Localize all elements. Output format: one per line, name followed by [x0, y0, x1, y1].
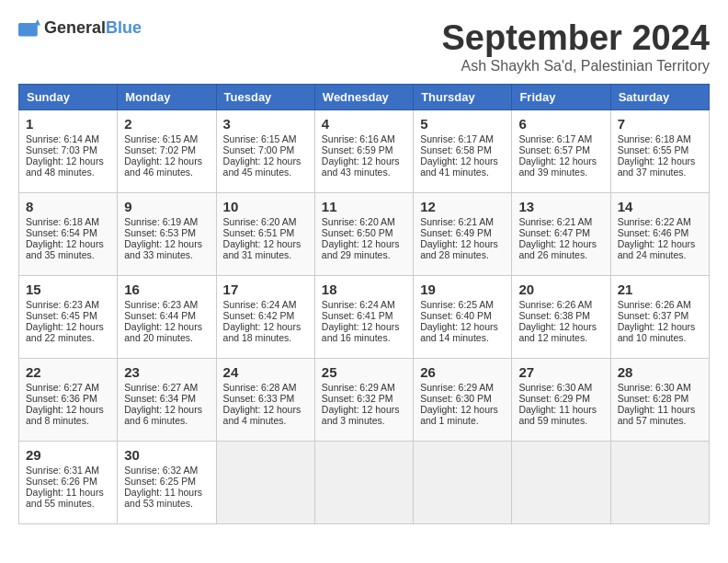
daylight-text: Daylight: 12 hours and 33 minutes.	[124, 238, 202, 260]
sunset-text: Sunset: 6:51 PM	[223, 227, 295, 238]
daylight-text: Daylight: 12 hours and 14 minutes.	[420, 321, 498, 343]
sunrise-text: Sunrise: 6:17 AM	[420, 133, 494, 144]
sunrise-text: Sunrise: 6:30 AM	[518, 382, 592, 393]
svg-rect-0	[18, 23, 38, 36]
day-number: 15	[26, 282, 110, 297]
header-monday: Monday	[118, 85, 216, 110]
daylight-text: Daylight: 11 hours and 53 minutes.	[124, 487, 202, 509]
sunset-text: Sunset: 6:58 PM	[420, 144, 492, 155]
day-number: 17	[223, 282, 308, 297]
day-number: 12	[420, 199, 505, 214]
calendar-day-cell: 20Sunrise: 6:26 AMSunset: 6:38 PMDayligh…	[512, 276, 610, 359]
header-sunday: Sunday	[19, 85, 118, 110]
calendar-week-row: 1Sunrise: 6:14 AMSunset: 7:03 PMDaylight…	[19, 110, 710, 193]
daylight-text: Daylight: 12 hours and 16 minutes.	[322, 321, 400, 343]
day-number: 16	[124, 282, 209, 297]
location-title: Ash Shaykh Sa'd, Palestinian Territory	[442, 58, 711, 75]
sunrise-text: Sunrise: 6:31 AM	[26, 465, 99, 476]
calendar-day-cell: 14Sunrise: 6:22 AMSunset: 6:46 PMDayligh…	[610, 193, 709, 276]
day-number: 20	[518, 282, 603, 297]
sunset-text: Sunset: 6:53 PM	[124, 227, 196, 238]
sunset-text: Sunset: 6:54 PM	[26, 227, 97, 238]
sunrise-text: Sunrise: 6:28 AM	[223, 382, 297, 393]
calendar-table: Sunday Monday Tuesday Wednesday Thursday…	[18, 84, 710, 524]
daylight-text: Daylight: 12 hours and 24 minutes.	[618, 238, 696, 260]
calendar-week-row: 8Sunrise: 6:18 AMSunset: 6:54 PMDaylight…	[19, 193, 710, 276]
sunset-text: Sunset: 6:57 PM	[518, 144, 590, 155]
month-title: September 2024	[442, 18, 711, 58]
day-number: 9	[124, 199, 209, 214]
sunrise-text: Sunrise: 6:25 AM	[420, 299, 494, 310]
daylight-text: Daylight: 12 hours and 8 minutes.	[26, 404, 104, 426]
calendar-day-cell: 17Sunrise: 6:24 AMSunset: 6:42 PMDayligh…	[216, 276, 314, 359]
sunrise-text: Sunrise: 6:29 AM	[322, 382, 395, 393]
sunset-text: Sunset: 7:00 PM	[223, 144, 295, 155]
calendar-day-cell: 24Sunrise: 6:28 AMSunset: 6:33 PMDayligh…	[216, 359, 314, 442]
daylight-text: Daylight: 12 hours and 43 minutes.	[322, 155, 400, 178]
day-number: 5	[420, 116, 505, 132]
calendar-day-cell: 18Sunrise: 6:24 AMSunset: 6:41 PMDayligh…	[314, 276, 413, 359]
daylight-text: Daylight: 12 hours and 22 minutes.	[26, 321, 104, 343]
day-number: 10	[223, 199, 308, 214]
day-number: 29	[26, 447, 110, 463]
calendar-day-cell: 19Sunrise: 6:25 AMSunset: 6:40 PMDayligh…	[414, 276, 512, 359]
sunset-text: Sunset: 6:32 PM	[322, 393, 393, 404]
day-number: 18	[322, 282, 406, 297]
sunrise-text: Sunrise: 6:14 AM	[26, 133, 99, 144]
sunset-text: Sunset: 6:59 PM	[322, 144, 393, 155]
calendar-day-cell: 4Sunrise: 6:16 AMSunset: 6:59 PMDaylight…	[314, 110, 413, 193]
header-wednesday: Wednesday	[314, 85, 413, 110]
sunset-text: Sunset: 6:55 PM	[618, 144, 689, 155]
calendar-week-row: 29Sunrise: 6:31 AMSunset: 6:26 PMDayligh…	[19, 442, 710, 524]
header-thursday: Thursday	[414, 85, 512, 110]
logo-icon	[18, 19, 40, 38]
sunrise-text: Sunrise: 6:15 AM	[223, 133, 297, 144]
day-number: 19	[420, 282, 505, 297]
sunset-text: Sunset: 6:28 PM	[618, 393, 689, 404]
sunset-text: Sunset: 6:26 PM	[26, 476, 97, 487]
sunset-text: Sunset: 6:45 PM	[26, 310, 97, 321]
sunset-text: Sunset: 6:37 PM	[618, 310, 689, 321]
sunset-text: Sunset: 6:49 PM	[420, 227, 492, 238]
calendar-day-cell: 3Sunrise: 6:15 AMSunset: 7:00 PMDaylight…	[216, 110, 314, 193]
sunset-text: Sunset: 7:02 PM	[124, 144, 196, 155]
sunset-text: Sunset: 6:38 PM	[518, 310, 590, 321]
sunrise-text: Sunrise: 6:29 AM	[420, 382, 494, 393]
calendar-day-cell: 11Sunrise: 6:20 AMSunset: 6:50 PMDayligh…	[314, 193, 413, 276]
sunset-text: Sunset: 6:29 PM	[518, 393, 590, 404]
weekday-header-row: Sunday Monday Tuesday Wednesday Thursday…	[19, 85, 710, 110]
calendar-day-cell: 26Sunrise: 6:29 AMSunset: 6:30 PMDayligh…	[414, 359, 512, 442]
day-number: 4	[322, 116, 406, 132]
sunrise-text: Sunrise: 6:19 AM	[124, 216, 198, 227]
daylight-text: Daylight: 12 hours and 10 minutes.	[618, 321, 696, 343]
page-header: GeneralBlue September 2024 Ash Shaykh Sa…	[18, 18, 710, 75]
daylight-text: Daylight: 11 hours and 55 minutes.	[26, 487, 104, 509]
daylight-text: Daylight: 12 hours and 39 minutes.	[518, 155, 597, 178]
day-number: 1	[26, 116, 110, 132]
sunrise-text: Sunrise: 6:30 AM	[618, 382, 691, 393]
calendar-day-cell	[610, 442, 709, 524]
calendar-day-cell: 6Sunrise: 6:17 AMSunset: 6:57 PMDaylight…	[512, 110, 610, 193]
day-number: 27	[518, 364, 603, 380]
sunset-text: Sunset: 6:44 PM	[124, 310, 196, 321]
daylight-text: Daylight: 12 hours and 6 minutes.	[124, 404, 202, 426]
sunrise-text: Sunrise: 6:26 AM	[518, 299, 592, 310]
sunrise-text: Sunrise: 6:18 AM	[618, 133, 691, 144]
header-saturday: Saturday	[610, 85, 709, 110]
sunrise-text: Sunrise: 6:27 AM	[26, 382, 99, 393]
logo-blue: Blue	[106, 18, 142, 37]
daylight-text: Daylight: 12 hours and 37 minutes.	[618, 155, 696, 178]
day-number: 13	[518, 199, 603, 214]
sunrise-text: Sunrise: 6:17 AM	[518, 133, 592, 144]
calendar-day-cell: 30Sunrise: 6:32 AMSunset: 6:25 PMDayligh…	[118, 442, 216, 524]
calendar-week-row: 15Sunrise: 6:23 AMSunset: 6:45 PMDayligh…	[19, 276, 710, 359]
daylight-text: Daylight: 12 hours and 4 minutes.	[223, 404, 301, 426]
calendar-day-cell: 2Sunrise: 6:15 AMSunset: 7:02 PMDaylight…	[118, 110, 216, 193]
logo: GeneralBlue	[18, 18, 142, 38]
sunset-text: Sunset: 6:46 PM	[618, 227, 689, 238]
daylight-text: Daylight: 12 hours and 41 minutes.	[420, 155, 498, 178]
sunset-text: Sunset: 6:50 PM	[322, 227, 393, 238]
calendar-title-area: September 2024 Ash Shaykh Sa'd, Palestin…	[442, 18, 711, 75]
day-number: 21	[618, 282, 702, 297]
daylight-text: Daylight: 12 hours and 31 minutes.	[223, 238, 301, 260]
